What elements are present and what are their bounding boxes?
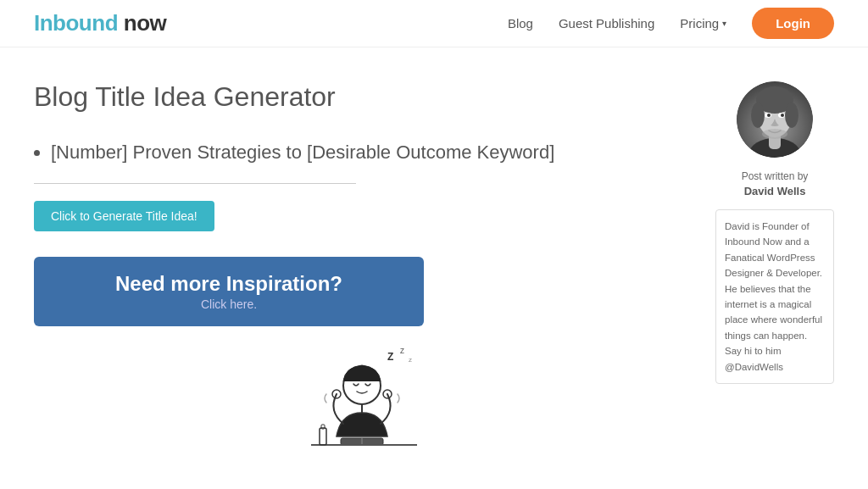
inspiration-banner[interactable]: Need more Inspiration? Click here. [34,257,424,326]
svg-rect-10 [320,428,326,445]
logo-text-now: now [124,10,167,36]
ideas-list: [Number] Proven Strategies to [Desirable… [51,138,690,166]
nav-guest-publishing[interactable]: Guest Publishing [559,16,654,31]
author-sidebar: Post written by David Wells David is Fou… [715,81,834,465]
svg-text:z: z [409,356,412,364]
author-photo-wrapper [715,81,834,161]
svg-point-25 [781,114,784,117]
post-written-by: Post written by David Wells [715,169,834,199]
content-area: Blog Title Idea Generator [Number] Prove… [34,81,690,465]
svg-point-23 [767,114,771,117]
nav-blog[interactable]: Blog [508,16,533,31]
author-photo [737,81,813,158]
divider [34,183,356,184]
illustration-area: Z z z [34,343,690,465]
logo-text-inbound: Inbound [34,10,118,36]
pricing-chevron-icon: ▾ [722,19,726,28]
title-idea-item: [Number] Proven Strategies to [Desirable… [51,138,690,166]
author-name: David Wells [715,184,834,199]
person-illustration: Z z z [277,343,447,462]
header: Inbound now Blog Guest Publishing Pricin… [0,0,868,47]
main-nav: Blog Guest Publishing Pricing ▾ Login [508,8,834,39]
svg-point-20 [751,103,765,128]
svg-text:Z: Z [387,351,393,363]
inspiration-main-text: Need more Inspiration? [59,272,398,296]
svg-text:z: z [400,346,404,355]
logo: Inbound now [34,10,166,36]
generate-button[interactable]: Click to Generate Title Idea! [34,201,214,231]
nav-pricing[interactable]: Pricing ▾ [680,16,726,31]
svg-point-26 [762,129,787,139]
svg-point-21 [785,103,798,128]
page-title: Blog Title Idea Generator [34,81,690,113]
main-container: Blog Title Idea Generator [Number] Prove… [0,47,868,482]
inspiration-sub-text: Click here. [59,297,398,311]
author-bio: David is Founder of Inbound Now and a Fa… [715,209,834,384]
login-button[interactable]: Login [752,8,834,39]
